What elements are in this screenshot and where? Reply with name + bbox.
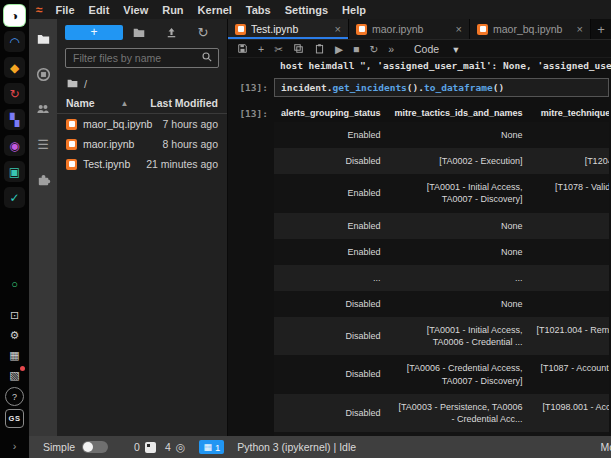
- new-launcher-button[interactable]: +: [65, 25, 123, 40]
- code-token: ().: [407, 82, 424, 93]
- users-icon[interactable]: [35, 101, 51, 117]
- kernel-status[interactable]: Python 3 (ipykernel) | Idle: [237, 441, 356, 453]
- code-input[interactable]: incident.get_incidents().to_dataframe(): [274, 78, 609, 97]
- terminal-count[interactable]: 0: [134, 441, 140, 453]
- gear-icon[interactable]: ⚙: [6, 327, 23, 344]
- table-cell: [T1078 - Valid Accounts, T15 Cloud Servi: [530, 174, 609, 212]
- code-token: incident.: [281, 82, 332, 93]
- stop-kernel-icon[interactable]: ■: [353, 43, 359, 55]
- table-cell: Enabled: [274, 239, 388, 265]
- menu-file[interactable]: File: [56, 4, 75, 16]
- table-row: DisabledNoneNone: [274, 291, 609, 317]
- tab-label: maor_bq.ipynb: [493, 23, 572, 35]
- app-logo-icon: ≈: [36, 3, 43, 17]
- toc-icon[interactable]: ☰: [35, 136, 51, 152]
- menu-tabs[interactable]: Tabs: [246, 4, 271, 16]
- puzzle-icon[interactable]: ▧: [6, 367, 23, 384]
- breadcrumb-root: /: [84, 78, 87, 90]
- breadcrumb[interactable]: /: [57, 73, 227, 94]
- add-cell-icon[interactable]: +: [258, 43, 264, 55]
- table-cell: [T1021.004 - Remote Services: S T1110 - …: [530, 317, 609, 355]
- restart-kernel-icon[interactable]: ↻: [369, 43, 378, 55]
- output-prompt: [13]:: [228, 104, 274, 119]
- tab-maor-ipynb[interactable]: maor.ipynb×: [349, 19, 470, 39]
- menu-help[interactable]: Help: [342, 4, 366, 16]
- search-icon: [201, 49, 213, 67]
- notebook-content[interactable]: host heimdall ", 'assigned_user_mail': N…: [228, 58, 611, 436]
- tab-test-ipynb[interactable]: Test.ipynb×: [228, 19, 349, 39]
- status-right-text: Mo: [600, 441, 611, 453]
- table-cell: None: [388, 239, 530, 265]
- cell-type-select[interactable]: Code ▾: [414, 43, 458, 55]
- output-cell: [13]: alerts_grouping_statusmitre_tactic…: [228, 104, 611, 436]
- dataframe-column-header: mitre_tactics_ids_and_names: [388, 104, 530, 122]
- run-cell-icon[interactable]: ▶: [335, 43, 343, 55]
- purple-blocks-icon[interactable]: ▚: [4, 109, 25, 130]
- new-folder-icon[interactable]: [123, 24, 155, 40]
- table-cell: None: [530, 122, 609, 148]
- red-sync-icon[interactable]: ↻: [4, 83, 25, 104]
- paste-cells-icon[interactable]: [314, 43, 325, 54]
- dataframe-column-header: alerts_grouping_status: [274, 104, 388, 122]
- table-cell: Disabled: [274, 394, 388, 432]
- white-app-icon[interactable]: ◑: [4, 5, 25, 26]
- notification-dot: [20, 366, 25, 371]
- file-browser: + ↻: [57, 19, 228, 436]
- restart-run-all-icon[interactable]: »: [388, 43, 394, 55]
- dataframe-header-row: alerts_grouping_statusmitre_tactics_ids_…: [274, 104, 609, 122]
- green-ring-icon[interactable]: ○: [6, 275, 23, 292]
- magenta-swirl-icon[interactable]: ◉: [4, 135, 25, 156]
- simple-mode-toggle[interactable]: [82, 441, 108, 453]
- file-modified: 8 hours ago: [163, 138, 218, 150]
- menu-run[interactable]: Run: [162, 4, 183, 16]
- menu-view[interactable]: View: [123, 4, 148, 16]
- column-name-header[interactable]: Name ▲: [66, 97, 150, 109]
- close-icon[interactable]: ×: [577, 23, 583, 35]
- file-row[interactable]: maor.ipynb8 hours ago: [57, 134, 227, 154]
- table-cell: Enabled: [274, 122, 388, 148]
- blue-arc-icon[interactable]: ◠: [4, 31, 25, 52]
- kernel-count[interactable]: 4: [165, 441, 171, 453]
- table-cell: [T1098.001 - Account Manipulat Addition: [530, 394, 609, 432]
- extensions-icon[interactable]: [35, 171, 51, 187]
- running-icon[interactable]: [35, 66, 51, 82]
- avatar[interactable]: GS: [5, 409, 24, 428]
- column-modified-header[interactable]: Last Modified: [150, 97, 218, 109]
- refresh-icon[interactable]: ↻: [187, 24, 219, 40]
- close-icon[interactable]: ×: [456, 23, 462, 35]
- file-row[interactable]: Test.ipynb21 minutes ago: [57, 154, 227, 174]
- orange-shield-icon[interactable]: ◆: [4, 57, 25, 78]
- file-row[interactable]: maor_bq.ipynb7 hours ago: [57, 114, 227, 134]
- close-icon[interactable]: ×: [335, 23, 341, 35]
- notebook-grid-icon: ▦: [203, 442, 212, 452]
- teal-check-icon[interactable]: ✓: [4, 187, 25, 208]
- teal-monitor-icon[interactable]: ▣: [4, 161, 25, 182]
- grid-icon[interactable]: ▦: [6, 347, 23, 364]
- dock-expand-chevron[interactable]: ›: [6, 437, 23, 454]
- notebook-file-icon: [66, 119, 77, 130]
- help-icon[interactable]: ?: [5, 387, 24, 406]
- input-prompt: [13]:: [228, 78, 274, 93]
- upload-icon[interactable]: [155, 24, 187, 40]
- filter-input[interactable]: [71, 51, 201, 65]
- table-cell: [T1087 - Account Discovery, T11 Brute Fo: [530, 355, 609, 393]
- table-cell: None: [530, 213, 609, 239]
- code-token: to_dataframe: [424, 82, 493, 93]
- menu-kernel[interactable]: Kernel: [198, 4, 232, 16]
- tab-maor_bq-ipynb[interactable]: maor_bq.ipynb×: [470, 19, 591, 39]
- copy-cells-icon[interactable]: [293, 43, 304, 54]
- file-browser-toolbar: + ↻: [57, 19, 227, 43]
- table-cell: Enabled: [274, 213, 388, 239]
- notebook-indicator-badge[interactable]: ▦ 1: [199, 440, 224, 454]
- new-tab-button[interactable]: +: [591, 19, 611, 39]
- cut-cells-icon[interactable]: ✂: [274, 43, 283, 55]
- notebook-icon: [356, 24, 367, 35]
- menu-edit[interactable]: Edit: [89, 4, 110, 16]
- files-icon[interactable]: [35, 31, 51, 47]
- save-icon[interactable]: [237, 43, 248, 54]
- camera-icon[interactable]: ⊡: [6, 307, 23, 324]
- table-row: Disabled[TA0003 - Persistence, TA0006 - …: [274, 394, 609, 432]
- table-row: EnabledNoneNone: [274, 122, 609, 148]
- menu-settings[interactable]: Settings: [285, 4, 328, 16]
- table-row: Disabled[TA0001 - Initial Access, TA0006…: [274, 317, 609, 355]
